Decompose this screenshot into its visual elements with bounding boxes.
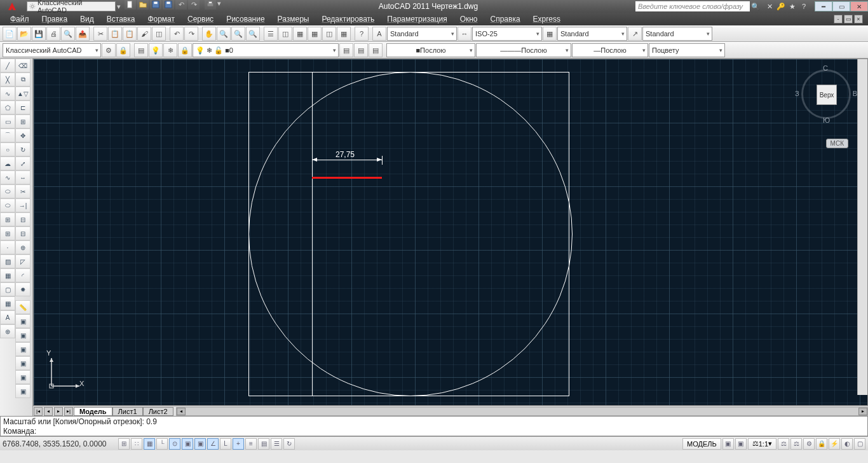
3dosnap-toggle[interactable]: ▣ [194,438,206,450]
mirror-tool[interactable]: ▲▽ [15,86,31,100]
saveas-button[interactable] [163,0,174,10]
array-tool[interactable]: ⊞ [15,114,31,128]
model-paper-toggle[interactable]: МОДЕЛЬ [682,438,721,450]
horizontal-scrollbar[interactable]: ◂ ▸ [176,407,868,416]
region-tool[interactable]: ▢ [0,282,15,296]
print-icon[interactable]: 🖨 [46,27,60,41]
clean-screen-icon[interactable]: ▢ [854,438,865,450]
lwt-toggle[interactable]: ≡ [245,438,257,450]
layer-props-icon[interactable]: ▤ [134,43,148,57]
tab-prev-button[interactable]: ◂ [44,407,53,416]
menu-view[interactable]: Вид [75,13,99,25]
menu-insert[interactable]: Вставка [102,13,140,25]
tab-sheet1[interactable]: Лист1 [112,407,143,416]
isolate-objects-icon[interactable]: ◐ [841,438,853,450]
open-button[interactable] [137,0,149,10]
explode-tool[interactable]: ✸ [15,282,31,296]
maximize-button[interactable]: ▭ [832,1,850,11]
polygon-tool[interactable]: ⬠ [0,100,15,114]
blockeditor-icon[interactable]: ◫ [152,27,166,41]
mleader-style-icon[interactable]: ↗ [628,27,642,41]
table-tool[interactable]: ▦ [0,296,15,310]
sc-toggle[interactable]: ↻ [283,438,295,450]
draworder-tool[interactable]: ▣ [15,314,31,328]
move-tool[interactable]: ✥ [15,128,31,142]
hscroll-right-button[interactable]: ▸ [858,408,867,415]
zoom-window-icon[interactable]: 🔍 [231,27,245,41]
exchange-icon[interactable]: ✕ [764,1,775,11]
quickcalc-icon[interactable]: ▦ [337,27,351,41]
minimize-button[interactable]: ━ [815,1,832,11]
undo-button[interactable]: ↶ [175,0,187,10]
menu-window[interactable]: Окно [455,13,483,25]
star-icon[interactable]: ★ [787,1,798,11]
pan-icon[interactable]: ✋ [202,27,216,41]
new-button[interactable] [125,0,136,10]
ellipse-arc-tool[interactable]: ⬭ [0,198,15,212]
ortho-toggle[interactable]: └ [156,438,168,450]
matchprop-icon[interactable]: 🖌 [137,27,151,41]
polar-toggle[interactable]: ⊙ [169,438,180,450]
mleader-style-select[interactable]: Standard [642,27,712,41]
tab-last-button[interactable]: ▸| [64,407,73,416]
redo-button[interactable]: ↷ [188,0,200,10]
paste-icon[interactable]: 📋 [123,27,137,41]
line-tool[interactable]: ╱ [0,59,15,73]
erase-tool[interactable]: ⌫ [15,59,31,73]
menu-parametric[interactable]: Параметризация [382,13,452,25]
viewcube-face[interactable]: Верх [817,85,837,105]
save-button[interactable] [150,0,161,10]
lineweight-select[interactable]: — Послою [572,43,648,57]
rectangle-tool[interactable]: ▭ [0,114,15,128]
ellipse-tool[interactable]: ⬭ [0,184,15,198]
command-line[interactable]: Масштаб или [Копия/Опорный отрезок]: 0.9… [0,416,868,436]
extra4-tool[interactable]: ▣ [15,370,31,384]
anno-autoscale-icon[interactable]: ⚖ [790,438,802,450]
anno-scale[interactable]: ⚖ 1:1 ▾ [748,438,776,450]
mdi-restore-button[interactable]: ▭ [844,15,853,24]
menu-tools[interactable]: Сервис [182,13,219,25]
chamfer-tool[interactable]: ◸ [15,254,31,268]
break-at-point-tool[interactable]: ⊟ [15,212,31,226]
hardware-accel-icon[interactable]: ⚡ [829,438,840,450]
designcenter-icon[interactable]: ◫ [278,27,292,41]
properties-icon[interactable]: ☰ [264,27,278,41]
extra2-tool[interactable]: ▣ [15,342,31,356]
plotstyle-select[interactable]: Поцвету [649,43,725,57]
tab-next-button[interactable]: ▸ [54,407,63,416]
quickview-layouts-icon[interactable]: ▣ [722,438,734,450]
extra3-tool[interactable]: ▣ [15,356,31,370]
text-style-select[interactable]: Standard [387,27,457,41]
transparency-toggle[interactable]: ▤ [258,438,269,450]
layer-lock-icon[interactable]: 🔒 [178,43,192,57]
measure-tool[interactable]: 📏 [15,300,31,314]
stretch-tool[interactable]: ↔ [15,170,31,184]
point-tool[interactable]: · [0,240,15,254]
search-exec-icon[interactable]: 🔍 [750,1,761,11]
construction-line-tool[interactable]: ╳ [0,73,15,86]
addselected-tool[interactable]: ⊕ [0,324,15,338]
extra5-tool[interactable]: ▣ [15,384,31,398]
dim-style-select[interactable]: ISO-25 [472,27,542,41]
layer-on-icon[interactable]: 💡 [149,43,163,57]
tab-sheet2[interactable]: Лист2 [143,407,173,416]
snap-toggle[interactable]: ∷ [131,438,142,450]
insert-block-tool[interactable]: ⊞ [0,212,15,226]
tab-model[interactable]: Модель [74,407,112,416]
redo-icon[interactable]: ↷ [184,27,198,41]
zoom-realtime-icon[interactable]: 🔍 [217,27,231,41]
break-tool[interactable]: ⊟ [15,226,31,240]
menu-help[interactable]: Справка [485,13,526,25]
menu-draw[interactable]: Рисование [221,13,269,25]
close-button[interactable]: ✕ [850,1,868,11]
layer-select[interactable]: 💡 ❄ 🔓 ■ 0 [193,43,339,57]
coordinates-readout[interactable]: 6768.7408, 3535.1520, 0.0000 [3,439,117,448]
open-icon[interactable]: 📂 [17,27,31,41]
copy-tool[interactable]: ⧉ [15,73,31,86]
spline-tool[interactable]: ∿ [0,170,15,184]
new-icon[interactable]: 📄 [3,27,17,41]
table-style-icon[interactable]: ▦ [543,27,557,41]
osnap-toggle[interactable]: ▣ [182,438,193,450]
circle-tool[interactable]: ○ [0,142,15,156]
preview-icon[interactable]: 🔍 [61,27,75,41]
